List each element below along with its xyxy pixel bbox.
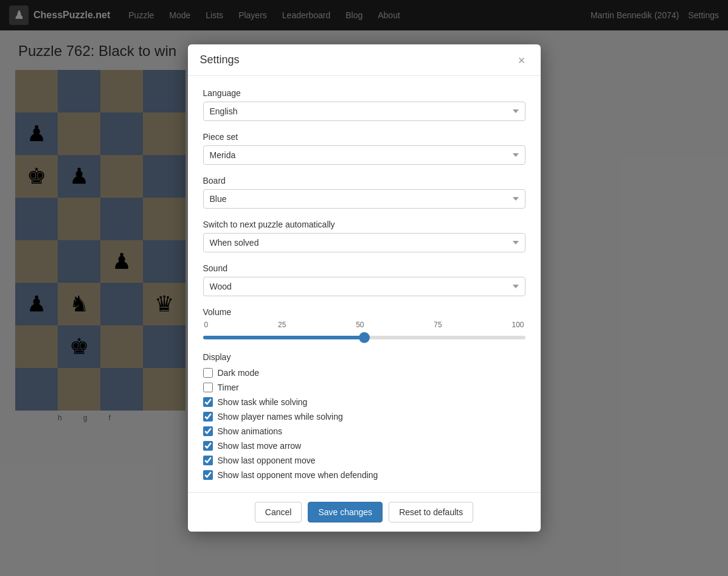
language-label: Language	[203, 88, 525, 98]
switch-select[interactable]: When solved Never After viewing solution	[203, 233, 525, 252]
modal-close-button[interactable]: ×	[515, 54, 529, 66]
switch-group: Switch to next puzzle automatically When…	[203, 220, 525, 252]
cancel-button[interactable]: Cancel	[255, 502, 302, 522]
volume-section: Volume 0 25 50 75 100	[203, 307, 525, 341]
show-last-move-checkbox[interactable]	[203, 441, 213, 451]
sound-label: Sound	[203, 263, 525, 273]
volume-label: Volume	[203, 307, 525, 317]
show-player-names-checkbox[interactable]	[203, 412, 213, 422]
volume-ticks: 0 25 50 75 100	[203, 321, 525, 329]
save-button[interactable]: Save changes	[308, 502, 383, 522]
reset-button[interactable]: Reset to defaults	[389, 502, 473, 522]
display-label: Display	[203, 352, 525, 362]
checkbox-show-animations[interactable]: Show animations	[203, 426, 525, 436]
timer-checkbox[interactable]	[203, 383, 213, 392]
board-group: Board Blue Brown Green Purple	[203, 176, 525, 209]
checkbox-timer[interactable]: Timer	[203, 383, 525, 392]
checkbox-show-last-move[interactable]: Show last move arrow	[203, 441, 525, 451]
board-label: Board	[203, 176, 525, 186]
dark-mode-label: Dark mode	[218, 368, 259, 378]
checkbox-group: Dark mode Timer Show task while solving …	[203, 368, 525, 480]
tick-25: 25	[278, 321, 286, 329]
piece-set-select[interactable]: Merida Alpha Chess7 Chessnut Fantasy	[203, 145, 525, 165]
show-task-checkbox[interactable]	[203, 397, 213, 407]
modal-header: Settings ×	[188, 44, 541, 76]
language-select[interactable]: English Deutsch Français Español Italian…	[203, 102, 525, 121]
show-last-move-label: Show last move arrow	[218, 441, 302, 451]
show-animations-label: Show animations	[218, 426, 283, 436]
modal-title: Settings	[200, 54, 240, 66]
modal-overlay: Settings × Language English Deutsch Fran…	[0, 0, 728, 576]
piece-set-group: Piece set Merida Alpha Chess7 Chessnut F…	[203, 132, 525, 165]
show-task-label: Show task while solving	[218, 397, 308, 407]
switch-label: Switch to next puzzle automatically	[203, 220, 525, 229]
sound-group: Sound Wood Snap Click Silent	[203, 263, 525, 296]
display-section: Display Dark mode Timer Show task while …	[203, 352, 525, 480]
piece-set-label: Piece set	[203, 132, 525, 142]
tick-0: 0	[204, 321, 209, 329]
checkbox-show-last-opponent[interactable]: Show last opponent move	[203, 456, 525, 465]
show-last-opponent-checkbox[interactable]	[203, 456, 213, 465]
tick-50: 50	[356, 321, 364, 329]
language-group: Language English Deutsch Français Españo…	[203, 88, 525, 121]
volume-slider[interactable]	[203, 336, 525, 339]
settings-modal: Settings × Language English Deutsch Fran…	[188, 44, 541, 532]
modal-footer: Cancel Save changes Reset to defaults	[188, 492, 541, 532]
timer-label: Timer	[218, 383, 239, 392]
checkbox-show-last-opponent-defending[interactable]: Show last opponent move when defending	[203, 470, 525, 480]
show-last-opponent-defending-label: Show last opponent move when defending	[218, 470, 378, 480]
modal-body: Language English Deutsch Français Españo…	[188, 76, 541, 492]
checkbox-dark-mode[interactable]: Dark mode	[203, 368, 525, 378]
sound-select[interactable]: Wood Snap Click Silent	[203, 277, 525, 296]
tick-75: 75	[434, 321, 442, 329]
show-player-names-label: Show player names while solving	[218, 412, 343, 422]
dark-mode-checkbox[interactable]	[203, 368, 213, 378]
checkbox-show-player-names[interactable]: Show player names while solving	[203, 412, 525, 422]
show-animations-checkbox[interactable]	[203, 426, 213, 436]
board-select[interactable]: Blue Brown Green Purple	[203, 189, 525, 209]
show-last-opponent-defending-checkbox[interactable]	[203, 470, 213, 480]
checkbox-show-task[interactable]: Show task while solving	[203, 397, 525, 407]
show-last-opponent-label: Show last opponent move	[218, 456, 316, 465]
tick-100: 100	[511, 321, 524, 329]
